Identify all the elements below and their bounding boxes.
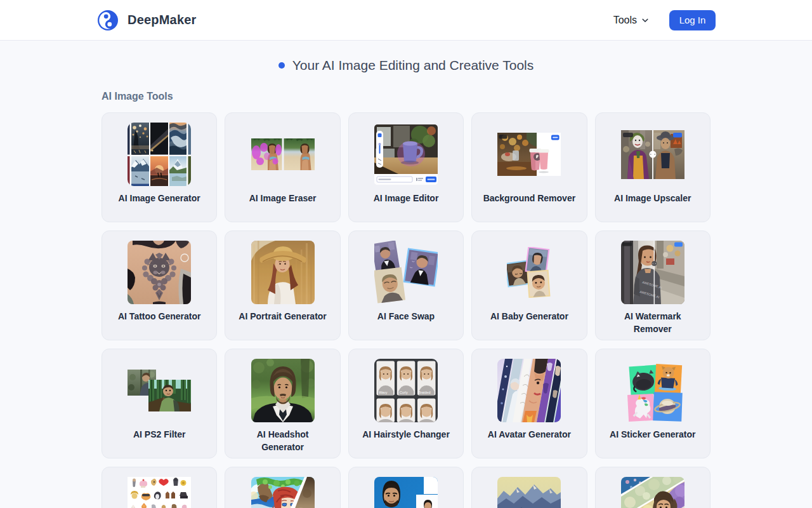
- svg-text:Braided: Braided: [418, 391, 430, 394]
- svg-text:Wavy: Wavy: [379, 391, 388, 394]
- svg-text:Curly: Curly: [400, 391, 408, 394]
